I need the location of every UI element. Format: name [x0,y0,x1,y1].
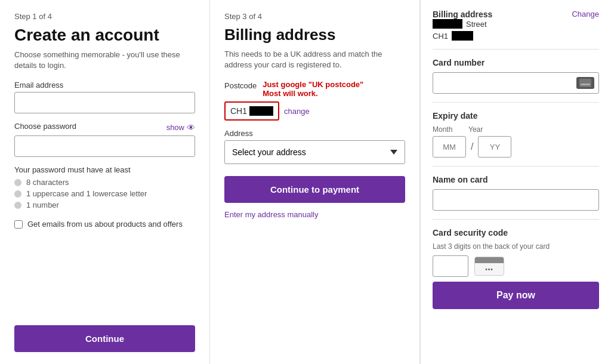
address-section: Address Select your address [224,129,405,164]
divider-3 [433,166,599,166]
email-optin-row: Get emails from us about products and of… [14,219,195,230]
step3-label: Step 3 of 4 [224,12,405,21]
rule-item: 8 characters [14,178,195,187]
email-input[interactable] [14,92,195,113]
card-number-title: Card number [433,58,599,67]
create-account-title: Create an account [14,26,195,45]
rule-dot-2 [14,190,21,198]
address-prefix: CH1 [433,32,448,41]
continue-to-payment-button[interactable]: Continue to payment [224,176,405,203]
expiry-inputs-row: / [433,136,599,158]
address-street-line: Street [433,19,492,29]
email-label: Email address [14,81,195,90]
postcode-prefix: CH1 [230,106,247,116]
cvc-section: Card security code Last 3 digits on the … [433,228,599,277]
continue-button[interactable]: Continue [14,325,195,352]
create-account-column: Step 1 of 4 Create an account Choose som… [0,0,210,364]
billing-address-details: Street CH1 [433,19,492,41]
billing-address-title: Billing address [224,26,405,44]
month-input[interactable] [433,136,466,158]
card-icon-graphic [579,79,591,87]
divider-2 [433,102,599,103]
expiry-sub-labels: Month Year [433,125,599,134]
street-label: Street [466,20,487,29]
rule-item: 1 uppercase and 1 lowercase letter [14,189,195,198]
password-rules: Your password must have at least 8 chara… [14,165,195,209]
cvc-title: Card security code [433,228,599,237]
cvc-card-icon: ••• [474,257,504,276]
email-optin-checkbox[interactable] [14,220,23,229]
rules-header: Your password must have at least [14,165,195,174]
rule-number: 1 number [26,200,59,209]
postcode-input-row: CH1 change [224,101,405,121]
expiry-section: Expiry date Month Year / [433,111,599,158]
card-number-input[interactable] [433,72,599,94]
billing-subtitle: This needs to be a UK address and match … [224,49,405,70]
year-input[interactable] [478,136,511,158]
password-input[interactable] [14,135,195,157]
month-label: Month [433,125,468,134]
expiry-title: Expiry date [433,111,599,121]
show-password-toggle[interactable]: show 👁 [166,123,195,132]
cvc-row: ••• [433,255,599,277]
city-redacted [452,31,473,41]
manual-address-link[interactable]: Enter my address manually [224,210,405,219]
billing-address-heading: Billing address [433,10,492,19]
eye-icon: 👁 [187,123,195,132]
step1-label: Step 1 of 4 [14,12,195,21]
postcode-note-line1: Just google "UK postcode" [263,80,363,89]
cvc-input[interactable] [433,255,468,277]
password-label: Choose password [14,122,76,131]
rule-dot-3 [14,202,21,209]
billing-address-info: Billing address Street CH1 [433,10,492,41]
address-label: Address [224,129,405,138]
expiry-slash: / [471,141,473,152]
divider-1 [433,49,599,50]
rule-8-chars: 8 characters [26,178,69,187]
name-on-card-input[interactable] [433,189,599,211]
billing-change-link[interactable]: Change [572,10,599,18]
card-number-wrap [433,72,599,94]
postcode-label: Postcode [224,81,257,90]
year-label: Year [468,125,504,134]
divider-4 [433,219,599,220]
postcode-note: Just google "UK postcode" Most will work… [263,80,363,98]
right-panel: Billing address Street CH1 Change Card n… [420,0,611,364]
postcode-redacted [249,106,273,116]
pay-now-button[interactable]: Pay now [433,282,599,309]
rule-case: 1 uppercase and 1 lowercase letter [26,189,147,198]
password-field-group: Choose password show 👁 [14,122,195,157]
billing-address-column: Step 3 of 4 Billing address This needs t… [210,0,420,364]
postcode-section: Postcode Just google "UK postcode" Most … [224,80,405,121]
billing-address-header: Billing address Street CH1 Change [433,10,599,41]
rule-dot-1 [14,179,21,186]
name-on-card-section: Name on card [433,175,599,211]
address-select[interactable]: Select your address [224,140,405,164]
postcode-change-link[interactable]: change [284,107,310,116]
email-optin-label: Get emails from us about products and of… [27,219,183,230]
address-city-line: CH1 [433,31,492,41]
email-field-group: Email address [14,81,195,113]
card-number-section: Card number [433,58,599,94]
create-account-subtitle: Choose something memorable - you'll use … [14,50,195,71]
name-on-card-title: Name on card [433,175,599,184]
street-redacted [433,19,462,29]
postcode-note-line2: Most will work. [263,89,363,98]
show-label: show [166,123,184,132]
rule-item: 1 number [14,200,195,209]
cvc-subtitle: Last 3 digits on the back of your card [433,242,599,251]
cvc-dots: ••• [485,266,493,273]
postcode-input-box[interactable]: CH1 [224,101,279,121]
card-icon [576,77,594,89]
